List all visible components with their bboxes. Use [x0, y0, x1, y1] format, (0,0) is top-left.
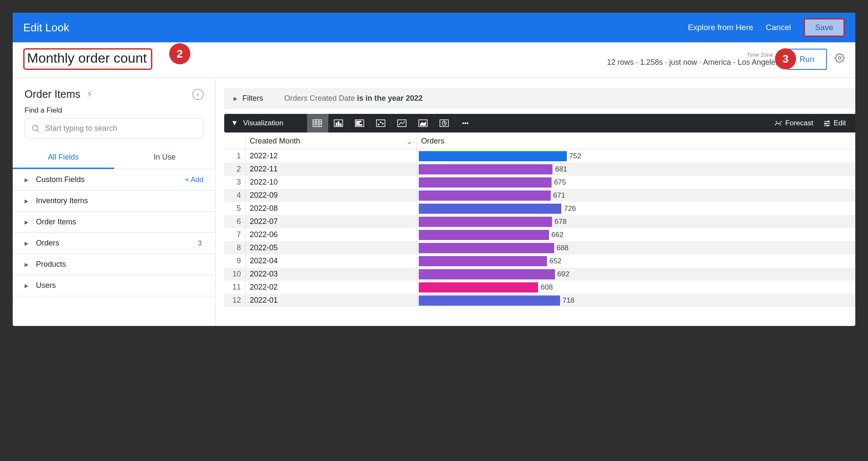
save-button[interactable]: Save: [804, 18, 845, 37]
cell-created-month: 2022-11: [245, 163, 417, 176]
table-row[interactable]: 52022-08726: [224, 202, 855, 215]
viz-scatter-icon[interactable]: [371, 114, 392, 133]
viz-edit-button[interactable]: Edit: [824, 119, 846, 127]
viz-toggle[interactable]: ▼ Visualization: [224, 119, 290, 127]
table-row[interactable]: 102022-03692: [224, 268, 855, 281]
custom-fields-row[interactable]: ▶Custom Fields + Add: [13, 169, 215, 190]
row-index: 3: [224, 176, 245, 189]
filters-label: Filters: [242, 94, 263, 103]
col-orders[interactable]: Orders: [417, 133, 855, 149]
svg-rect-11: [340, 124, 341, 126]
orders-value: 675: [554, 178, 566, 187]
forecast-icon: [775, 120, 782, 126]
explore-from-here-link[interactable]: Explore from Here: [688, 23, 753, 32]
orders-value: 692: [558, 270, 569, 279]
caret-right-icon: ▶: [25, 219, 28, 225]
svg-point-19: [382, 123, 384, 124]
edit-look-window: Edit Look Explore from Here Cancel Save …: [13, 13, 855, 326]
field-group-row[interactable]: ▶Orders3: [13, 233, 215, 254]
cell-orders: 608: [417, 281, 855, 294]
status-col: Time Zone ⌄ 12 rows · 1.258s · just now …: [607, 52, 779, 67]
field-group-row[interactable]: ▶Inventory Items: [13, 190, 215, 212]
caret-right-icon: ▶: [233, 96, 237, 102]
look-title-input[interactable]: Monthly order count: [27, 50, 147, 67]
cell-orders: 678: [417, 215, 855, 228]
forecast-button[interactable]: Forecast: [775, 119, 813, 127]
viz-pie-icon[interactable]: [434, 114, 455, 133]
title-row: Monthly order count Time Zone ⌄ 12 rows …: [13, 42, 855, 78]
custom-fields-label: Custom Fields: [36, 175, 85, 184]
viz-line-icon[interactable]: [392, 114, 413, 133]
field-group-row[interactable]: ▶Products: [13, 254, 215, 275]
col-created-month[interactable]: Created Month ⌄: [245, 133, 417, 149]
field-group-row[interactable]: ▶Users: [13, 275, 215, 296]
orders-bar: [419, 177, 552, 188]
collapse-sidebar-button[interactable]: ‹: [192, 89, 203, 100]
table-row[interactable]: 122022-01718: [224, 294, 855, 307]
field-picker-sidebar: Order Items ⚡︎ ‹ Find a Field Start typi…: [13, 78, 216, 326]
svg-line-2: [37, 130, 39, 132]
table-row[interactable]: 92022-04652: [224, 254, 855, 268]
table-row[interactable]: 32022-10675: [224, 176, 855, 189]
bolt-icon[interactable]: ⚡︎: [86, 89, 93, 100]
row-index: 2: [224, 163, 245, 176]
add-custom-field-link[interactable]: + Add: [185, 176, 203, 184]
svg-rect-34: [825, 123, 826, 124]
caret-right-icon: ▶: [25, 283, 28, 289]
field-group-row[interactable]: ▶Order Items: [13, 212, 215, 233]
orders-value: 718: [563, 296, 574, 305]
table-row[interactable]: 42022-09671: [224, 189, 855, 202]
viz-table-icon[interactable]: [307, 114, 328, 133]
svg-rect-35: [827, 125, 828, 127]
field-list: ▶Custom Fields + Add ▶Inventory Items▶Or…: [13, 169, 215, 326]
cell-created-month: 2022-04: [245, 254, 417, 268]
callout-badge-3: 3: [775, 48, 796, 69]
field-group-count: 3: [198, 239, 203, 248]
viz-area-icon[interactable]: [413, 114, 434, 133]
filters-summary: Orders Created Date is in the year 2022: [284, 94, 423, 103]
orders-bar: [419, 269, 555, 279]
viz-label: Visualization: [243, 119, 283, 127]
row-index: 10: [224, 268, 245, 281]
find-field-label: Find a Field: [13, 106, 215, 115]
gear-icon[interactable]: [835, 53, 845, 65]
table-row[interactable]: 82022-05688: [224, 241, 855, 254]
filters-head: ▶ Filters: [233, 94, 263, 103]
viz-bar-icon[interactable]: [349, 114, 371, 133]
col-index: [224, 133, 245, 149]
header-title: Edit Look: [23, 21, 69, 34]
viz-column-icon[interactable]: [328, 114, 349, 133]
svg-point-0: [838, 57, 841, 59]
field-group-label: Inventory Items: [36, 196, 88, 205]
caret-down-icon: ▼: [231, 119, 238, 127]
svg-point-1: [33, 125, 38, 131]
svg-rect-10: [338, 121, 339, 126]
filters-bar[interactable]: ▶ Filters Orders Created Date is in the …: [224, 88, 855, 109]
svg-point-18: [380, 122, 382, 123]
row-index: 7: [224, 228, 245, 241]
cell-created-month: 2022-03: [245, 268, 417, 281]
svg-rect-9: [336, 123, 337, 126]
timezone-dropdown[interactable]: Time Zone ⌄: [607, 52, 779, 58]
cell-created-month: 2022-08: [245, 202, 417, 215]
search-icon: [31, 124, 40, 133]
cell-orders: 718: [417, 294, 855, 307]
tab-all-fields[interactable]: All Fields: [13, 147, 114, 169]
orders-bar: [419, 295, 560, 306]
orders-value: 662: [552, 231, 563, 239]
filters-prefix: Orders Created Date: [284, 94, 357, 102]
data-table[interactable]: Created Month ⌄ Orders 12022-1275222022-…: [224, 133, 855, 326]
cancel-link[interactable]: Cancel: [766, 23, 791, 32]
table-row[interactable]: 62022-07678: [224, 215, 855, 228]
row-index: 11: [224, 281, 245, 294]
table-row[interactable]: 112022-02608: [224, 281, 855, 294]
body: Order Items ⚡︎ ‹ Find a Field Start typi…: [13, 78, 855, 326]
field-search-input[interactable]: Start typing to search: [25, 118, 203, 138]
caret-right-icon: ▶: [25, 177, 28, 183]
viz-more-icon[interactable]: [455, 114, 476, 133]
tab-in-use[interactable]: In Use: [114, 147, 216, 169]
table-row[interactable]: 72022-06662: [224, 228, 855, 241]
table-row[interactable]: 12022-12752: [224, 149, 855, 163]
cell-created-month: 2022-01: [245, 294, 417, 307]
table-row[interactable]: 22022-11681: [224, 163, 855, 176]
